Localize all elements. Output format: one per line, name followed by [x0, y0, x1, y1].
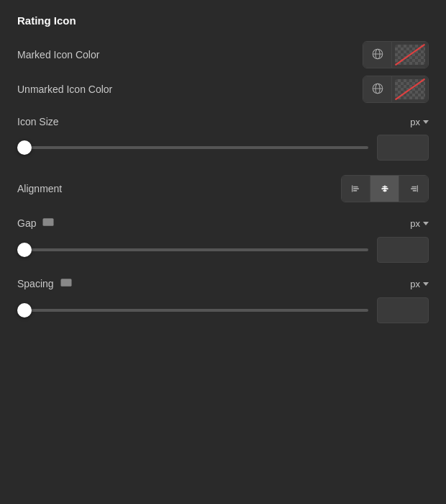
- globe-button[interactable]: [363, 42, 392, 68]
- svg-rect-14: [417, 185, 418, 192]
- icon-size-unit-dropdown[interactable]: px: [410, 117, 429, 127]
- icon-size-input[interactable]: [377, 135, 429, 161]
- align-right-icon: [408, 183, 419, 194]
- align-center-icon: [379, 183, 391, 194]
- gap-slider[interactable]: [17, 248, 368, 251]
- marked-icon-color-label: Marked Icon Color: [17, 49, 99, 60]
- svg-rect-19: [60, 279, 71, 287]
- svg-rect-17: [413, 190, 417, 192]
- svg-rect-16: [411, 188, 417, 189]
- spacing-unit: px: [410, 279, 420, 289]
- section-title: Rating Icon: [17, 14, 429, 27]
- gap-chevron-down-icon: [423, 222, 429, 225]
- color-slash-icon-unmarked: [395, 78, 425, 100]
- color-swatch-unmarked[interactable]: [392, 76, 428, 102]
- svg-rect-6: [352, 185, 352, 192]
- icon-size-label: Icon Size: [17, 116, 59, 127]
- svg-rect-12: [381, 188, 388, 189]
- chevron-down-icon: [423, 120, 429, 124]
- globe-icon-unmarked: [371, 82, 384, 97]
- alignment-center-button[interactable]: [370, 176, 399, 202]
- svg-rect-8: [353, 188, 359, 189]
- spacing-monitor-icon: [60, 277, 73, 290]
- alignment-row: Alignment: [17, 175, 429, 202]
- marked-icon-color-control[interactable]: [363, 41, 429, 68]
- svg-rect-13: [383, 190, 386, 192]
- gap-slider-wrapper: [17, 243, 368, 257]
- gap-unit: px: [410, 218, 420, 229]
- unmarked-icon-color-row: Unmarked Icon Color: [17, 76, 429, 103]
- globe-button-unmarked[interactable]: [363, 76, 392, 102]
- spacing-chevron-down-icon: [423, 282, 429, 286]
- spacing-unit-dropdown[interactable]: px: [410, 279, 429, 289]
- spacing-row: Spacing px: [17, 277, 429, 290]
- gap-unit-dropdown[interactable]: px: [410, 218, 429, 229]
- svg-rect-11: [382, 186, 387, 188]
- icon-size-unit: px: [410, 117, 420, 127]
- alignment-right-button[interactable]: [399, 176, 428, 202]
- svg-rect-9: [353, 190, 357, 192]
- alignment-label: Alignment: [17, 183, 62, 194]
- align-left-icon: [350, 183, 362, 194]
- spacing-slider-wrapper: [17, 303, 368, 318]
- gap-label: Gap: [17, 217, 55, 230]
- svg-rect-7: [353, 186, 358, 188]
- alignment-left-button[interactable]: [342, 176, 370, 202]
- spacing-slider[interactable]: [17, 309, 368, 312]
- alignment-control: [341, 175, 429, 202]
- icon-size-slider[interactable]: [17, 146, 368, 149]
- spacing-label: Spacing: [17, 277, 73, 290]
- unmarked-icon-color-control[interactable]: [363, 76, 429, 103]
- icon-size-slider-row: [17, 135, 429, 161]
- color-swatch-marked[interactable]: [392, 42, 428, 68]
- gap-row: Gap px: [17, 217, 429, 230]
- gap-input[interactable]: [377, 237, 429, 263]
- svg-rect-18: [43, 218, 54, 226]
- svg-rect-15: [411, 186, 417, 188]
- spacing-input[interactable]: [377, 297, 429, 323]
- icon-size-row: Icon Size px: [17, 116, 429, 127]
- globe-icon: [371, 48, 384, 63]
- marked-icon-color-row: Marked Icon Color: [17, 41, 429, 68]
- gap-monitor-icon: [42, 217, 55, 230]
- spacing-slider-row: [17, 297, 429, 323]
- gap-slider-row: [17, 237, 429, 263]
- unmarked-icon-color-label: Unmarked Icon Color: [17, 84, 112, 95]
- color-slash-icon: [395, 44, 425, 66]
- icon-size-slider-wrapper: [17, 140, 368, 155]
